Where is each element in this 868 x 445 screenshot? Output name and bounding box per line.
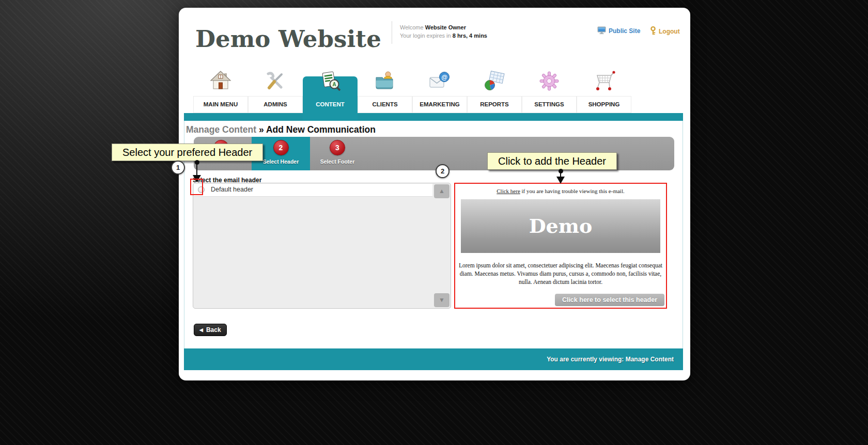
header-item-label: Default header bbox=[211, 186, 253, 193]
shopping-cart-icon bbox=[593, 71, 615, 93]
step-3-label: Select Footer bbox=[312, 158, 363, 165]
annotation-circle-1: 1 bbox=[171, 161, 185, 174]
annotation-circle-2: 2 bbox=[436, 164, 450, 178]
triangle-up-icon: ▲ bbox=[439, 187, 445, 195]
welcome-prefix: Welcome bbox=[400, 24, 424, 30]
tab-emarketing[interactable]: @ EMARKETING bbox=[412, 69, 467, 113]
site-logo: Demo Website bbox=[195, 25, 381, 53]
document-search-icon: A bbox=[319, 71, 342, 93]
tooltip-select-header: Select your prefered Header bbox=[112, 144, 263, 161]
footer-bar: You are currently viewing: Manage Conten… bbox=[184, 348, 683, 370]
session-value: 8 hrs, 4 mins bbox=[453, 33, 487, 39]
header-list-item-default[interactable]: Default header bbox=[194, 184, 432, 197]
back-button[interactable]: ◀ Back bbox=[194, 324, 227, 336]
tab-clients[interactable]: CLIENTS bbox=[358, 69, 412, 113]
email-header-banner: Demo Emarketing bbox=[461, 199, 660, 253]
svg-text:A: A bbox=[332, 82, 336, 87]
footer-status-text: You are currently viewing: Manage Conten… bbox=[547, 348, 674, 370]
pie-chart-icon bbox=[483, 71, 506, 93]
app-window: Demo Website Welcome Website Owner Your … bbox=[179, 8, 690, 380]
main-navigation: MAIN MENU ADMINS A CONTENT CLIENTS @ EMA… bbox=[193, 69, 631, 113]
public-site-label: Public Site bbox=[609, 27, 640, 35]
email-at-icon: @ bbox=[428, 71, 451, 93]
tools-icon bbox=[264, 71, 287, 93]
scroll-up-button[interactable]: ▲ bbox=[434, 184, 450, 198]
connector-line-1 bbox=[196, 162, 197, 176]
tab-main-menu[interactable]: MAIN MENU bbox=[193, 69, 248, 113]
connector-arrow-2 bbox=[556, 177, 565, 184]
trouble-viewing-link[interactable]: Click here bbox=[497, 188, 520, 194]
tab-label: EMARKETING bbox=[412, 96, 467, 113]
banner-title: Demo Emarketing bbox=[461, 199, 660, 307]
back-arrow-icon: ◀ bbox=[199, 324, 203, 336]
key-icon bbox=[650, 26, 656, 37]
triangle-down-icon: ▼ bbox=[439, 296, 445, 304]
folder-user-icon bbox=[374, 71, 396, 93]
tooltip-add-header: Click to add the Header bbox=[487, 152, 617, 170]
tab-admins[interactable]: ADMINS bbox=[248, 69, 303, 113]
tab-label: CLIENTS bbox=[358, 96, 412, 113]
tab-shopping[interactable]: SHOPPING bbox=[577, 69, 631, 113]
email-body-preview: Lorem ipsum dolor sit amet, consectetuer… bbox=[458, 261, 663, 286]
header-preview-panel: Click here if you are having trouble vie… bbox=[454, 183, 667, 309]
tab-label: CONTENT bbox=[303, 96, 358, 113]
header-list: Default header ▲ ▼ bbox=[193, 183, 451, 309]
logout-label: Logout bbox=[659, 28, 680, 35]
header-divider bbox=[392, 21, 392, 44]
tab-content[interactable]: A CONTENT bbox=[303, 69, 358, 113]
tab-reports[interactable]: REPORTS bbox=[467, 69, 522, 113]
welcome-text: Welcome Website Owner Your login expires… bbox=[400, 23, 487, 40]
tab-label: SHOPPING bbox=[577, 96, 631, 113]
session-prefix: Your login expires in bbox=[400, 33, 451, 39]
tab-label: ADMINS bbox=[248, 96, 303, 113]
step-3-badge: 3 bbox=[330, 140, 345, 155]
logout-link[interactable]: Logout bbox=[650, 26, 680, 37]
welcome-user: Website Owner bbox=[425, 24, 466, 30]
scroll-down-button[interactable]: ▼ bbox=[434, 293, 450, 307]
radio-highlight-box bbox=[190, 179, 203, 195]
trouble-viewing-line: Click here if you are having trouble vie… bbox=[455, 188, 666, 194]
back-button-label: Back bbox=[206, 324, 221, 336]
trouble-viewing-text: if you are having trouble viewing this e… bbox=[522, 188, 625, 194]
tab-label: REPORTS bbox=[467, 96, 522, 113]
monitor-icon bbox=[597, 26, 606, 36]
step-2-badge: 2 bbox=[273, 140, 289, 155]
nav-underline-bar bbox=[184, 113, 683, 121]
home-icon bbox=[209, 71, 232, 93]
public-site-link[interactable]: Public Site bbox=[597, 26, 640, 36]
tab-settings[interactable]: SETTINGS bbox=[522, 69, 577, 113]
select-header-button[interactable]: Click here to select this header bbox=[555, 294, 664, 306]
gear-icon bbox=[538, 71, 561, 93]
tab-label: SETTINGS bbox=[522, 96, 577, 113]
wizard-step-3[interactable]: 3 Select Footer bbox=[312, 137, 363, 170]
tab-label: MAIN MENU bbox=[193, 96, 248, 113]
svg-text:@: @ bbox=[441, 74, 447, 81]
